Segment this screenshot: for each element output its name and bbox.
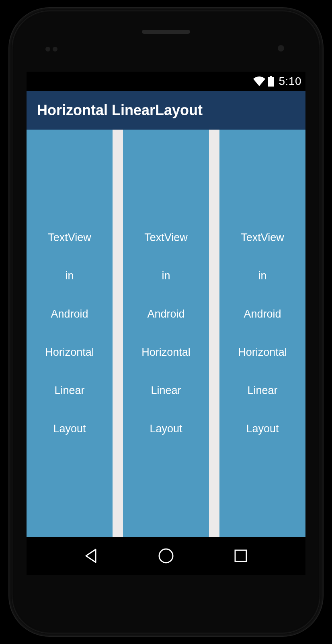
phone-camera-dot [278,45,284,52]
navigation-bar [27,537,305,575]
text-line: Linear [151,384,181,397]
textview-column-3: TextView in Android Horizontal Linear La… [219,130,305,537]
text-line: Layout [246,423,279,435]
svg-rect-0 [270,76,272,77]
text-line: Android [147,308,184,320]
screen: 5:10 Horizontal LinearLayout TextView in… [27,72,305,537]
status-icons: 5:10 [253,75,302,88]
text-line: TextView [241,231,284,244]
status-bar: 5:10 [27,72,305,91]
text-line: Android [244,308,281,320]
recents-button[interactable] [231,546,250,566]
svg-rect-1 [268,77,274,87]
text-line: Linear [247,384,277,397]
textview-column-1: TextView in Android Horizontal Linear La… [27,130,113,537]
app-title: Horizontal LinearLayout [37,102,203,119]
battery-icon [268,76,274,87]
text-line: Layout [150,423,182,435]
text-line: in [258,270,266,282]
phone-speaker [142,30,190,34]
textview-column-2: TextView in Android Horizontal Linear La… [123,130,209,537]
svg-point-2 [159,549,173,563]
text-line: Horizontal [238,346,287,359]
back-button[interactable] [82,546,101,566]
phone-sensor-dots [45,47,50,52]
text-line: TextView [144,231,188,244]
status-time: 5:10 [279,75,302,88]
text-line: Android [51,308,88,320]
horizontal-linear-layout: TextView in Android Horizontal Linear La… [27,130,305,537]
text-line: Horizontal [45,346,94,359]
text-line: TextView [48,231,91,244]
home-button[interactable] [156,546,176,566]
text-line: Linear [54,384,84,397]
text-line: Horizontal [141,346,191,359]
wifi-icon [253,76,265,86]
phone-frame: 5:10 Horizontal LinearLayout TextView in… [9,8,323,636]
text-line: Layout [53,423,86,435]
app-bar: Horizontal LinearLayout [27,91,305,130]
text-line: in [162,270,170,282]
text-line: in [65,270,74,282]
svg-rect-3 [235,550,246,561]
